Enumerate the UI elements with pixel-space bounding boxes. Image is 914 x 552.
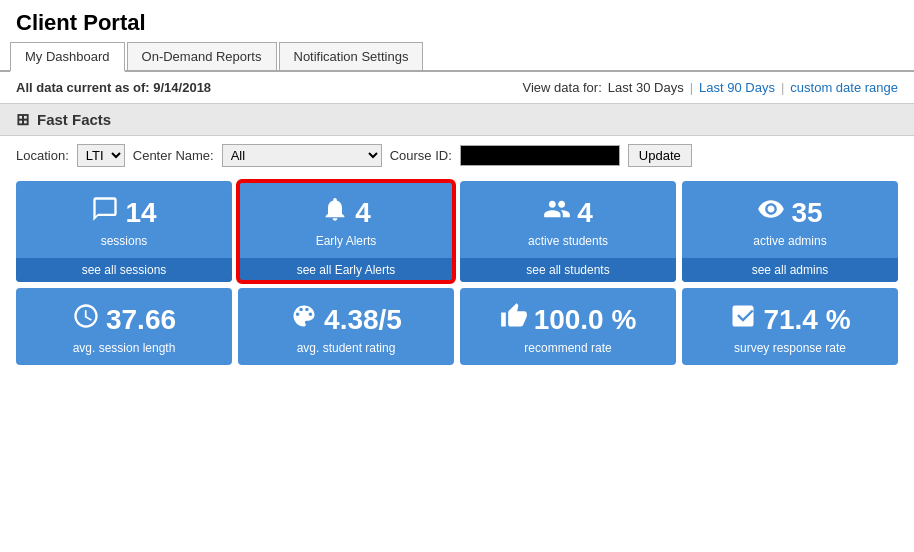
avg-student-rating-value: 4.38/5 <box>324 304 402 336</box>
early-alerts-label: Early Alerts <box>316 234 377 248</box>
sessions-footer[interactable]: see all sessions <box>16 258 232 282</box>
center-name-label: Center Name: <box>133 148 214 163</box>
tile-avg-session-length[interactable]: 37.66avg. session length <box>16 288 232 365</box>
page-header: Client Portal <box>0 0 914 42</box>
tile-survey-response-rate[interactable]: 71.4 %survey response rate <box>682 288 898 365</box>
center-name-select[interactable]: All <box>222 144 382 167</box>
survey-response-rate-value: 71.4 % <box>763 304 850 336</box>
avg-session-length-value: 37.66 <box>106 304 176 336</box>
page-title: Client Portal <box>16 10 898 36</box>
avg-session-length-label: avg. session length <box>73 341 176 355</box>
fast-facts-title: Fast Facts <box>37 111 111 128</box>
active-admins-value: 35 <box>791 197 822 229</box>
survey-response-rate-icon <box>729 302 757 337</box>
tile-early-alerts[interactable]: 4Early Alertssee all Early Alerts <box>238 181 454 282</box>
early-alerts-value: 4 <box>355 197 371 229</box>
avg-student-rating-label: avg. student rating <box>297 341 396 355</box>
last-30-days: Last 30 Days <box>608 80 684 95</box>
grid-icon: ⊞ <box>16 110 29 129</box>
active-admins-label: active admins <box>753 234 826 248</box>
course-id-label: Course ID: <box>390 148 452 163</box>
recommend-rate-icon <box>500 302 528 337</box>
location-select[interactable]: LTI <box>77 144 125 167</box>
data-bar: All data current as of: 9/14/2018 View d… <box>0 72 914 103</box>
tab-on-demand-reports[interactable]: On-Demand Reports <box>127 42 277 70</box>
location-label: Location: <box>16 148 69 163</box>
sessions-value: 14 <box>125 197 156 229</box>
early-alerts-footer[interactable]: see all Early Alerts <box>238 258 454 282</box>
tile-active-admins[interactable]: 35active adminssee all admins <box>682 181 898 282</box>
active-admins-footer[interactable]: see all admins <box>682 258 898 282</box>
active-admins-icon <box>757 195 785 230</box>
recommend-rate-label: recommend rate <box>524 341 611 355</box>
view-data-controls: View data for: Last 30 Days | Last 90 Da… <box>523 80 898 95</box>
tab-bar: My Dashboard On-Demand Reports Notificat… <box>0 42 914 72</box>
sessions-icon <box>91 195 119 230</box>
view-label: View data for: <box>523 80 602 95</box>
avg-session-length-icon <box>72 302 100 337</box>
tiles-grid: 14sessionssee all sessions4Early Alertss… <box>0 175 914 381</box>
update-button[interactable]: Update <box>628 144 692 167</box>
tile-sessions[interactable]: 14sessionssee all sessions <box>16 181 232 282</box>
tile-active-students[interactable]: 4active studentssee all students <box>460 181 676 282</box>
filter-controls: Location: LTI Center Name: All Course ID… <box>0 136 914 175</box>
survey-response-rate-label: survey response rate <box>734 341 846 355</box>
active-students-value: 4 <box>577 197 593 229</box>
early-alerts-icon <box>321 195 349 230</box>
data-current-label: All data current as of: 9/14/2018 <box>16 80 211 95</box>
recommend-rate-value: 100.0 % <box>534 304 637 336</box>
last-90-days-link[interactable]: Last 90 Days <box>699 80 775 95</box>
avg-student-rating-icon <box>290 302 318 337</box>
active-students-footer[interactable]: see all students <box>460 258 676 282</box>
custom-date-range-link[interactable]: custom date range <box>790 80 898 95</box>
course-id-input[interactable] <box>460 145 620 166</box>
sessions-label: sessions <box>101 234 148 248</box>
tab-notification-settings[interactable]: Notification Settings <box>279 42 424 70</box>
active-students-label: active students <box>528 234 608 248</box>
active-students-icon <box>543 195 571 230</box>
tab-my-dashboard[interactable]: My Dashboard <box>10 42 125 72</box>
fast-facts-header: ⊞ Fast Facts <box>0 103 914 136</box>
tile-recommend-rate[interactable]: 100.0 %recommend rate <box>460 288 676 365</box>
tile-avg-student-rating[interactable]: 4.38/5avg. student rating <box>238 288 454 365</box>
